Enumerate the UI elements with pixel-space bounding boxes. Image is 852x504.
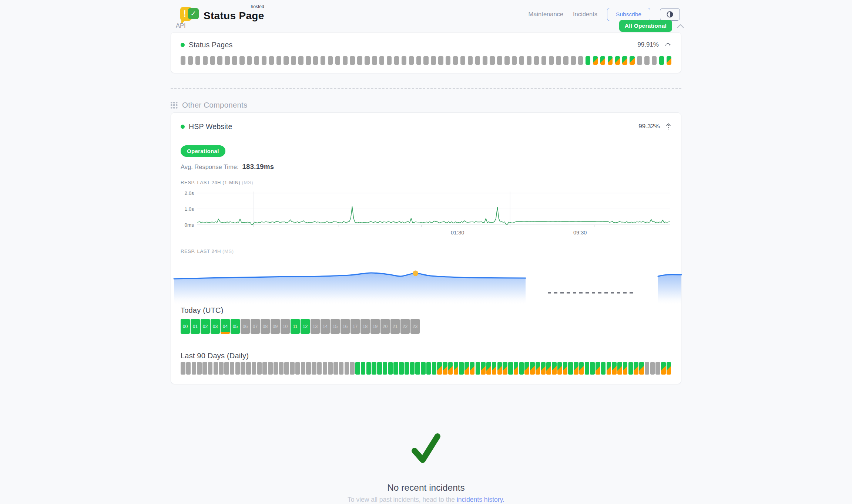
day-bar[interactable] (650, 362, 655, 375)
day-bar[interactable] (524, 362, 529, 375)
day-bar[interactable] (388, 362, 393, 375)
uptime-bar[interactable] (483, 56, 487, 65)
hour-box[interactable]: 10 (281, 319, 290, 334)
uptime-bar[interactable] (475, 56, 480, 65)
day-bar[interactable] (312, 362, 316, 375)
day-bar[interactable] (486, 362, 491, 375)
day-bar[interactable] (333, 362, 338, 375)
day-bar[interactable] (377, 362, 382, 375)
day-bar[interactable] (639, 362, 644, 375)
day-bar[interactable] (181, 362, 185, 375)
day-bar[interactable] (393, 362, 398, 375)
day-bar[interactable] (383, 362, 388, 375)
refresh-button[interactable] (664, 41, 671, 48)
uptime-bar[interactable] (313, 56, 318, 65)
day-bar[interactable] (481, 362, 486, 375)
day-bar[interactable] (257, 362, 262, 375)
day-bar[interactable] (497, 362, 502, 375)
day-bar[interactable] (350, 362, 355, 375)
day-bar[interactable] (612, 362, 617, 375)
day-bar[interactable] (574, 362, 578, 375)
day-bar[interactable] (437, 362, 442, 375)
uptime-bar[interactable] (298, 56, 303, 65)
uptime-bar[interactable] (586, 56, 590, 65)
response-time-area-chart[interactable] (171, 256, 682, 304)
uptime-bar[interactable] (217, 56, 222, 65)
day-bar[interactable] (306, 362, 311, 375)
uptime-bar[interactable] (365, 56, 369, 65)
uptime-bar[interactable] (431, 56, 436, 65)
day-bar[interactable] (284, 362, 289, 375)
day-bar[interactable] (590, 362, 595, 375)
day-bar[interactable] (399, 362, 404, 375)
uptime-bar[interactable] (210, 56, 215, 65)
day-bar[interactable] (536, 362, 540, 375)
day-bar[interactable] (323, 362, 328, 375)
day-bar[interactable] (530, 362, 535, 375)
day-bar[interactable] (361, 362, 366, 375)
day-bar[interactable] (470, 362, 475, 375)
day-bar[interactable] (655, 362, 660, 375)
all-operational-badge[interactable]: All Operational (619, 20, 672, 32)
uptime-bar[interactable] (615, 56, 620, 65)
hour-box[interactable]: 18 (360, 319, 370, 334)
uptime-bar[interactable] (394, 56, 399, 65)
subscribe-button[interactable]: Subscribe (607, 8, 650, 21)
day-bar[interactable] (557, 362, 562, 375)
day-bar[interactable] (464, 362, 469, 375)
day-bar[interactable] (345, 362, 349, 375)
uptime-bar[interactable] (379, 56, 384, 65)
uptime-bar[interactable] (372, 56, 377, 65)
hour-box[interactable]: 19 (370, 319, 380, 334)
day-bar[interactable] (262, 362, 267, 375)
uptime-bar[interactable] (608, 56, 613, 65)
hour-box[interactable]: 01 (191, 319, 200, 334)
day-bar[interactable] (476, 362, 480, 375)
day-bar[interactable] (186, 362, 191, 375)
day-bar[interactable] (355, 362, 360, 375)
uptime-bar[interactable] (350, 56, 355, 65)
uptime-bar[interactable] (276, 56, 281, 65)
uptime-bar[interactable] (239, 56, 244, 65)
nav-incidents[interactable]: Incidents (573, 11, 597, 18)
day-bar[interactable] (601, 362, 606, 375)
uptime-bar[interactable] (343, 56, 348, 65)
uptime-bar[interactable] (416, 56, 421, 65)
uptime-bar[interactable] (225, 56, 229, 65)
uptime-bar[interactable] (357, 56, 362, 65)
hour-box[interactable]: 05 (231, 319, 240, 334)
uptime-bar[interactable] (527, 56, 531, 65)
hour-box[interactable]: 00 (181, 319, 190, 334)
hour-box[interactable]: 06 (241, 319, 250, 334)
uptime-bar[interactable] (578, 56, 583, 65)
uptime-bar[interactable] (328, 56, 333, 65)
uptime-bar[interactable] (468, 56, 473, 65)
uptime-bar[interactable] (622, 56, 627, 65)
uptime-bar[interactable] (203, 56, 208, 65)
uptime-bar[interactable] (247, 56, 252, 65)
uptime-bar[interactable] (563, 56, 568, 65)
day-bar[interactable] (661, 362, 666, 375)
day-bar[interactable] (607, 362, 611, 375)
hour-box[interactable]: 02 (201, 319, 210, 334)
day-bar[interactable] (268, 362, 273, 375)
hour-box[interactable]: 09 (271, 319, 280, 334)
uptime-bar[interactable] (534, 56, 539, 65)
day-bar[interactable] (415, 362, 420, 375)
day-bar[interactable] (405, 362, 409, 375)
uptime-bar[interactable] (291, 56, 296, 65)
day-bar[interactable] (568, 362, 573, 375)
day-bar[interactable] (454, 362, 459, 375)
uptime-bar[interactable] (549, 56, 554, 65)
day-bar[interactable] (279, 362, 284, 375)
day-bar[interactable] (503, 362, 507, 375)
incidents-history-link[interactable]: incidents history. (457, 496, 504, 503)
day-bar[interactable] (552, 362, 557, 375)
hour-box[interactable]: 22 (400, 319, 410, 334)
uptime-bar[interactable] (284, 56, 288, 65)
day-bar[interactable] (514, 362, 519, 375)
day-bar[interactable] (546, 362, 551, 375)
day-bar[interactable] (519, 362, 524, 375)
uptime-bar[interactable] (188, 56, 193, 65)
chevron-up-icon[interactable] (677, 24, 684, 28)
